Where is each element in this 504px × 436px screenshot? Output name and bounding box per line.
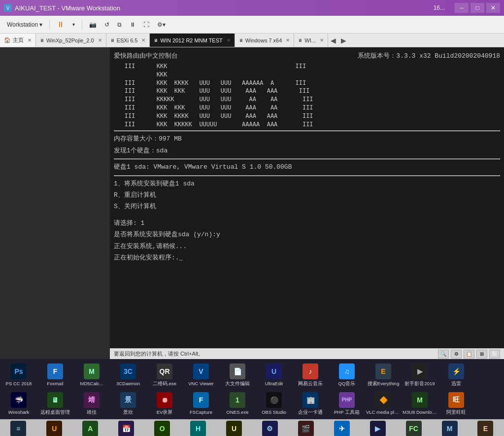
taskbar-item[interactable]: ♪网易云音乐 [293, 361, 328, 389]
taskbar-item-icon: 📅 [118, 421, 134, 436]
taskbar-item[interactable]: ⚡迅雷 [438, 361, 474, 389]
status-search[interactable]: 🔍 [438, 350, 449, 359]
taskbar-item[interactable]: 靖靖佳 [74, 390, 109, 417]
taskbar-item[interactable]: 📅桌面日历秀 [109, 418, 144, 436]
toolbar: Workstation ▾ ⏸ ▾ 📷 ↺ ⧉ ⏸ ⛶ ⚙▾ [0, 16, 504, 34]
tab-esxi-close[interactable]: ✕ [141, 37, 145, 43]
pause-dropdown[interactable]: ▾ [69, 21, 78, 28]
fullscreen-btn[interactable]: ⛶ [140, 20, 152, 29]
workstation-menu[interactable]: Workstation ▾ [4, 20, 45, 29]
taskbar-item[interactable]: 3C3CDaemon [110, 361, 146, 389]
tab-win7[interactable]: 🖥 Windows 7 x64 ✕ [235, 34, 295, 47]
clone-btn[interactable]: ⧉ [114, 20, 125, 29]
taskbar-item[interactable]: EEnpos... [468, 418, 503, 436]
taskbar-item-icon: ▶ [412, 363, 428, 379]
taskbar-item[interactable]: 🔶VLC media player [366, 390, 401, 417]
taskbar-item-icon: ⚫ [266, 392, 282, 408]
taskbar-item[interactable]: OOpenVPN [145, 418, 180, 436]
taskbar-item[interactable]: VVNC Viewer [183, 361, 219, 389]
taskbar-item[interactable]: E搜索Everything [366, 361, 401, 389]
toolbar-sep-1 [49, 20, 50, 30]
status-config[interactable]: ⚙ [451, 350, 462, 359]
taskbar-item[interactable]: PHPPHP 工具箱 [329, 390, 365, 417]
status-window[interactable]: ⬜ [489, 350, 500, 359]
taskbar-item[interactable]: PsPS CC 2018 [1, 361, 36, 389]
taskbar-item[interactable]: MMotrix [432, 418, 467, 436]
taskbar-item[interactable]: UUltraISO [37, 418, 72, 436]
taskbar-item-icon: 📄 [230, 363, 245, 379]
tab-wi[interactable]: 🖥 WI... ✕ [294, 34, 328, 47]
tab-esxi-icon: 🖥 [110, 38, 115, 43]
taskbar-item[interactable]: FFoxmail [37, 361, 73, 389]
taskbar-item-label: M3U8 Downloader [403, 409, 437, 415]
status-grid[interactable]: ⊞ [476, 350, 487, 359]
taskbar-item[interactable]: ⚙格式工厂 [252, 418, 287, 436]
installing-1: 正在安装系统,请稍候... [114, 241, 500, 252]
taskbar-item-label: VNC Viewer [188, 381, 214, 386]
tab-winxp[interactable]: 🖥 WinXp_52Pojie_2.0 ✕ [36, 34, 106, 47]
taskbar-item[interactable]: 🏢企业一卡通 [293, 390, 328, 417]
taskbar-item-icon: M [84, 363, 100, 379]
taskbar-item[interactable]: AAPK helper [73, 418, 108, 436]
taskbar-item[interactable]: ≡进程查看 [1, 418, 36, 436]
divider-1 [114, 130, 500, 131]
taskbar-item[interactable]: MMD5Calc... [74, 361, 109, 389]
taskbar-item-icon: A [82, 421, 98, 436]
taskbar-item-label: 搜索Everything [368, 381, 400, 386]
suspend-btn[interactable]: ⏸ [127, 20, 138, 29]
tab-esxi[interactable]: 🖥 ESXi 6.5 ✕ [106, 34, 150, 47]
taskbar-item[interactable]: 🦈Wireshark [1, 390, 36, 417]
tab-winxp-close[interactable]: ✕ [98, 37, 102, 43]
tab-wi-close[interactable]: ✕ [320, 37, 324, 43]
taskbar-item-icon: U [226, 421, 242, 436]
router-label: 爱快路由由中文控制台 [114, 51, 178, 60]
taskbar-item[interactable]: 📄大文件编辑 [220, 361, 255, 389]
settings-btn[interactable]: ⚙▾ [154, 20, 168, 29]
tab-win2012-close[interactable]: ✕ [227, 37, 231, 43]
taskbar-item[interactable]: 旺阿里旺旺 [438, 390, 474, 417]
taskbar-item[interactable]: ▶QQ影音 [360, 418, 395, 436]
pause-btn[interactable]: ⏸ [54, 19, 67, 30]
taskbar-item-label: Wireshark [8, 409, 30, 415]
taskbar-item-icon: 3C [120, 363, 136, 379]
taskbar-row-1: PsPS CC 2018FFoxmailMMD5Calc...3C3CDaemo… [1, 361, 503, 389]
tab-nav-next[interactable]: ▶ [338, 36, 349, 44]
taskbar-item[interactable]: ⏺EV录屏 [147, 390, 182, 417]
taskbar-item[interactable]: ♫QQ音乐 [329, 361, 365, 389]
taskbar-item[interactable]: 🖥远程桌面管理 [37, 390, 73, 417]
taskbar-item[interactable]: ✈Telegram [324, 418, 359, 436]
taskbar-item-label: 阿里旺旺 [446, 409, 466, 415]
taskbar-item-icon: M [442, 421, 458, 436]
taskbar-item[interactable]: MM3U8 Downloader [402, 390, 437, 417]
vm-screen[interactable]: 爱快路由由中文控制台 系统版本号：3.3.3 x32 Build20200204… [110, 47, 504, 348]
taskbar-row-2: 🦈Wireshark🖥远程桌面管理靖靖佳景景欣⏺EV录屏FFSCapture1O… [1, 390, 503, 417]
tab-nav-prev[interactable]: ◀ [328, 36, 338, 44]
memory-info: 内存容量大小：997 MB [114, 133, 500, 145]
tab-win7-close[interactable]: ✕ [286, 37, 290, 43]
snapshot-btn[interactable]: 📷 [86, 20, 100, 29]
taskbar-item[interactable]: HHBuilder [181, 418, 216, 436]
taskbar-item-label: ONES.exe [227, 409, 249, 415]
taskbar-item[interactable]: FCFastCopy [396, 418, 431, 436]
taskbar-item[interactable]: 1ONES.exe [220, 390, 255, 417]
tab-win2012-label: WIN 2012 R2 MNM TEST [160, 37, 222, 43]
restore-btn[interactable]: ↺ [101, 20, 112, 29]
taskbar-item[interactable]: UUlordCore [217, 418, 252, 436]
taskbar-item[interactable]: 🎬视频转换 [288, 418, 323, 436]
tab-home-close[interactable]: ✕ [28, 37, 32, 43]
disk-found: 发现1个硬盘：sda [114, 145, 500, 156]
taskbar-item[interactable]: ⚫OBS Studio [256, 390, 292, 417]
taskbar-item[interactable]: 景景欣 [110, 390, 146, 417]
taskbar-item-icon: 🏢 [302, 392, 318, 408]
tab-home[interactable]: 🏠 主页 ✕ [0, 34, 36, 47]
taskbar-item[interactable]: ▶射手影音2019 [402, 361, 437, 389]
option-r: R、重启计算机 [114, 189, 500, 201]
tab-win2012[interactable]: 🖥 WIN 2012 R2 MNM TEST ✕ [150, 34, 235, 47]
taskbar-item[interactable]: FFSCapture [183, 390, 219, 417]
taskbar-item[interactable]: QR二维码.exe [147, 361, 182, 389]
taskbar-item[interactable]: UUltraEdit [256, 361, 292, 389]
minimize-button[interactable]: – [455, 3, 469, 13]
maximize-button[interactable]: □ [470, 3, 484, 13]
close-button[interactable]: ✕ [486, 3, 500, 13]
status-clipboard[interactable]: 📋 [464, 350, 474, 359]
